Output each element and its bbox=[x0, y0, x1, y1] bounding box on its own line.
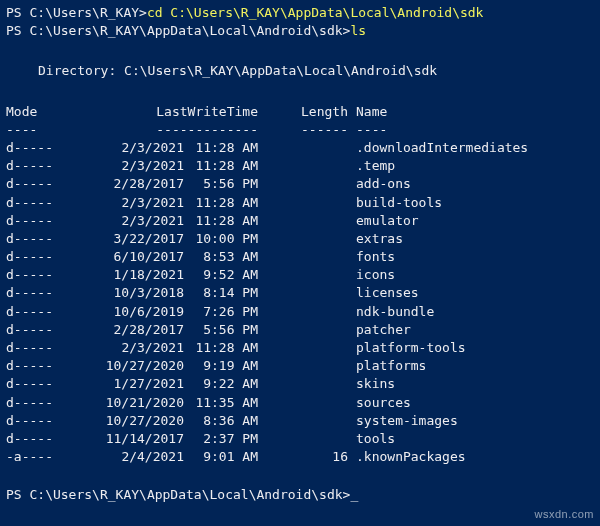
table-row: d-----3/22/201710:00 PMextras bbox=[6, 230, 594, 248]
cell-time: 7:26 PM bbox=[192, 303, 266, 321]
cell-date: 2/3/2021 bbox=[72, 157, 192, 175]
cell-name: skins bbox=[356, 375, 594, 393]
cell-time: 8:53 AM bbox=[192, 248, 266, 266]
terminal[interactable]: PS C:\Users\R_KAY> cd C:\Users\R_KAY\App… bbox=[6, 4, 594, 505]
command-ls: ls bbox=[350, 22, 366, 40]
cell-time: 8:36 AM bbox=[192, 412, 266, 430]
table-row: d-----2/3/202111:28 AMemulator bbox=[6, 212, 594, 230]
cell-name: extras bbox=[356, 230, 594, 248]
cell-name: patcher bbox=[356, 321, 594, 339]
cell-mode: d----- bbox=[6, 339, 72, 357]
prompt: PS C:\Users\R_KAY\AppData\Local\Android\… bbox=[6, 22, 350, 40]
cell-length bbox=[266, 375, 356, 393]
cell-time: 11:35 AM bbox=[192, 394, 266, 412]
cell-name: icons bbox=[356, 266, 594, 284]
cell-date: 2/4/2021 bbox=[72, 448, 192, 466]
cell-name: build-tools bbox=[356, 194, 594, 212]
cell-time: 9:52 AM bbox=[192, 266, 266, 284]
cell-name: licenses bbox=[356, 284, 594, 302]
table-row: d-----11/14/20172:37 PMtools bbox=[6, 430, 594, 448]
command-cd: cd C:\Users\R_KAY\AppData\Local\Android\… bbox=[147, 4, 484, 22]
prompt: PS C:\Users\R_KAY> bbox=[6, 4, 147, 22]
cell-time: 2:37 PM bbox=[192, 430, 266, 448]
listing-header-dash: ---- ------------- ------ ---- bbox=[6, 121, 594, 139]
cell-mode: d----- bbox=[6, 430, 72, 448]
cell-time: 5:56 PM bbox=[192, 175, 266, 193]
cell-length bbox=[266, 157, 356, 175]
cell-date: 1/18/2021 bbox=[72, 266, 192, 284]
cell-date: 2/3/2021 bbox=[72, 339, 192, 357]
cell-time: 9:19 AM bbox=[192, 357, 266, 375]
cell-mode: d----- bbox=[6, 266, 72, 284]
cell-date: 10/6/2019 bbox=[72, 303, 192, 321]
listing-header: Mode LastWriteTime Length Name bbox=[6, 103, 594, 121]
cell-mode: d----- bbox=[6, 284, 72, 302]
cell-name: ndk-bundle bbox=[356, 303, 594, 321]
table-row: d-----6/10/20178:53 AMfonts bbox=[6, 248, 594, 266]
cell-length bbox=[266, 430, 356, 448]
cell-date: 1/27/2021 bbox=[72, 375, 192, 393]
cell-mode: d----- bbox=[6, 412, 72, 430]
table-row: d-----2/3/202111:28 AM.temp bbox=[6, 157, 594, 175]
cell-length bbox=[266, 321, 356, 339]
cell-mode: d----- bbox=[6, 212, 72, 230]
cell-name: fonts bbox=[356, 248, 594, 266]
cell-date: 11/14/2017 bbox=[72, 430, 192, 448]
cell-date: 10/3/2018 bbox=[72, 284, 192, 302]
cell-date: 2/28/2017 bbox=[72, 321, 192, 339]
cell-date: 10/21/2020 bbox=[72, 394, 192, 412]
table-row: d-----1/18/20219:52 AMicons bbox=[6, 266, 594, 284]
directory-listing: Mode LastWriteTime Length Name ---- ----… bbox=[6, 103, 594, 467]
cell-mode: d----- bbox=[6, 230, 72, 248]
cell-mode: d----- bbox=[6, 321, 72, 339]
cell-name: .knownPackages bbox=[356, 448, 594, 466]
header-dash: ------ bbox=[266, 121, 356, 139]
directory-header: Directory: C:\Users\R_KAY\AppData\Local\… bbox=[6, 62, 594, 80]
table-row: d-----2/3/202111:28 AMplatform-tools bbox=[6, 339, 594, 357]
cell-time: 11:28 AM bbox=[192, 212, 266, 230]
cell-name: emulator bbox=[356, 212, 594, 230]
cell-length bbox=[266, 284, 356, 302]
header-mode: Mode bbox=[6, 103, 72, 121]
cell-time: 9:01 AM bbox=[192, 448, 266, 466]
cell-length bbox=[266, 339, 356, 357]
cell-length bbox=[266, 139, 356, 157]
cell-date: 2/3/2021 bbox=[72, 139, 192, 157]
cell-mode: d----- bbox=[6, 157, 72, 175]
cell-name: .temp bbox=[356, 157, 594, 175]
cell-length bbox=[266, 230, 356, 248]
cell-length: 16 bbox=[266, 448, 356, 466]
header-length: Length bbox=[266, 103, 356, 121]
cell-time: 8:14 PM bbox=[192, 284, 266, 302]
prompt: PS C:\Users\R_KAY\AppData\Local\Android\… bbox=[6, 486, 350, 504]
table-row: d-----2/3/202111:28 AMbuild-tools bbox=[6, 194, 594, 212]
cell-mode: d----- bbox=[6, 375, 72, 393]
cell-date: 6/10/2017 bbox=[72, 248, 192, 266]
table-row: d-----10/6/20197:26 PMndk-bundle bbox=[6, 303, 594, 321]
cell-time: 9:22 AM bbox=[192, 375, 266, 393]
table-row: d-----10/21/202011:35 AMsources bbox=[6, 394, 594, 412]
cell-name: system-images bbox=[356, 412, 594, 430]
cell-mode: d----- bbox=[6, 194, 72, 212]
command-line-3[interactable]: PS C:\Users\R_KAY\AppData\Local\Android\… bbox=[6, 486, 594, 504]
cell-mode: d----- bbox=[6, 139, 72, 157]
table-row: -a----2/4/20219:01 AM16.knownPackages bbox=[6, 448, 594, 466]
cell-name: add-ons bbox=[356, 175, 594, 193]
cell-name: tools bbox=[356, 430, 594, 448]
cell-name: .downloadIntermediates bbox=[356, 139, 594, 157]
cell-length bbox=[266, 412, 356, 430]
command-line-2: PS C:\Users\R_KAY\AppData\Local\Android\… bbox=[6, 22, 594, 40]
cell-mode: -a---- bbox=[6, 448, 72, 466]
cell-mode: d----- bbox=[6, 248, 72, 266]
cell-name: platforms bbox=[356, 357, 594, 375]
cell-date: 10/27/2020 bbox=[72, 412, 192, 430]
cell-mode: d----- bbox=[6, 175, 72, 193]
cell-length bbox=[266, 266, 356, 284]
header-lastwritetime: LastWriteTime bbox=[72, 103, 266, 121]
cell-mode: d----- bbox=[6, 394, 72, 412]
cell-length bbox=[266, 194, 356, 212]
command-line-1: PS C:\Users\R_KAY> cd C:\Users\R_KAY\App… bbox=[6, 4, 594, 22]
cell-name: platform-tools bbox=[356, 339, 594, 357]
cell-time: 10:00 PM bbox=[192, 230, 266, 248]
cell-time: 11:28 AM bbox=[192, 139, 266, 157]
